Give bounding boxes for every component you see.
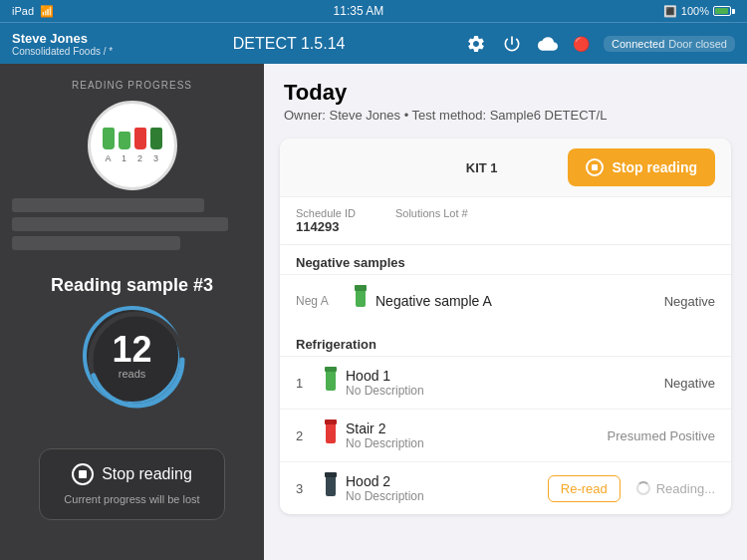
main-layout: READING PROGRESS A 1 2 3 Reading sample …: [0, 64, 747, 560]
vial-a: [103, 128, 115, 149]
row-1-result: Negative: [664, 376, 715, 391]
schedule-id-col: Schedule ID 114293: [296, 207, 356, 234]
row-1-desc: No Description: [346, 384, 664, 398]
stop-reading-left-button[interactable]: Stop reading: [72, 463, 192, 485]
row-num-3: 3: [296, 481, 316, 496]
vials-progress-circle: A 1 2 3: [88, 101, 177, 190]
row-2-info: Stair 2 No Description: [346, 420, 608, 450]
stop-square: [79, 470, 87, 478]
refrigeration-row-3: 3 Hood 2 No Description Re-read Reading.…: [280, 461, 731, 514]
solutions-lot-label: Solutions Lot #: [395, 207, 468, 219]
row-2-name: Stair 2: [346, 420, 608, 436]
row-1-name: Hood 1: [346, 368, 664, 384]
neg-sample-result: Negative: [664, 294, 715, 309]
svg-rect-7: [325, 420, 337, 424]
spinner-icon: [636, 481, 650, 495]
svg-rect-8: [326, 474, 336, 496]
left-panel: READING PROGRESS A 1 2 3 Reading sample …: [0, 64, 264, 560]
re-read-button[interactable]: Re-read: [548, 475, 621, 502]
vials-labels: A 1 2 3: [103, 153, 162, 163]
connected-badge: Connected Door closed: [604, 36, 735, 52]
row-num-2: 2: [296, 428, 316, 443]
svg-rect-6: [326, 421, 336, 443]
nav-user-info: Steve Jones Consolidated Foods / *: [12, 31, 113, 57]
row-3-actions: Re-read Reading...: [548, 475, 715, 502]
vial-icon-3: [324, 472, 338, 504]
nav-actions: 🔴 Connected Door closed: [465, 33, 735, 55]
vial-label-3: 3: [150, 153, 162, 163]
battery-percent: 100%: [681, 5, 709, 17]
status-right: 🔳 100%: [663, 5, 735, 18]
ipad-label: iPad: [12, 5, 34, 17]
row-3-name: Hood 2: [346, 473, 548, 489]
wifi-icon: 📶: [40, 5, 54, 18]
door-status: Door closed: [668, 38, 727, 50]
schedule-id-value: 114293: [296, 219, 356, 234]
vial-icon-2: [324, 420, 338, 451]
reading-text: Reading...: [656, 481, 715, 496]
stop-icon: [72, 463, 94, 485]
schedule-id-label: Schedule ID: [296, 207, 356, 219]
kit-label: KIT 1: [395, 160, 568, 175]
background-list: [12, 198, 252, 255]
kit-info-row: Schedule ID 114293 Solutions Lot #: [280, 197, 731, 245]
bluetooth-nav-icon[interactable]: 🔴: [573, 36, 590, 52]
vial-label-1: 1: [119, 153, 130, 163]
sample-label: Reading sample #3: [51, 275, 213, 296]
bluetooth-status-icon: 🔳: [663, 5, 677, 18]
stop-reading-btn-label: Stop reading: [612, 159, 697, 175]
stop-btn-icon-circle: [586, 158, 604, 176]
kit-section: KIT 1 Stop reading Schedule ID 114293 So…: [280, 139, 731, 514]
reads-circle: 12 reads: [83, 306, 182, 406]
settings-icon[interactable]: [465, 33, 487, 55]
status-bar: iPad 📶 11:35 AM 🔳 100%: [0, 0, 747, 22]
app-title: DETECT 1.5.14: [233, 35, 346, 53]
vial-label-a: A: [103, 153, 115, 163]
solutions-lot-col: Solutions Lot #: [395, 207, 468, 234]
org-name: Consolidated Foods / *: [12, 46, 113, 57]
row-2-result: Presumed Positive: [608, 428, 715, 443]
row-3-desc: No Description: [346, 489, 548, 503]
neg-a-label: Neg A: [296, 294, 346, 308]
right-panel: Today Owner: Steve Jones • Test method: …: [264, 64, 747, 560]
svg-rect-3: [355, 285, 367, 291]
row-2-desc: No Description: [346, 436, 608, 450]
row-num-1: 1: [296, 376, 316, 391]
stop-reading-button[interactable]: Stop reading: [568, 148, 715, 186]
row-1-info: Hood 1 No Description: [346, 368, 664, 398]
negative-sample-row: Neg A Negative sample A Negative: [280, 274, 731, 327]
stop-btn-square: [592, 164, 598, 170]
reading-progress-label: READING PROGRESS: [72, 80, 192, 91]
neg-vial-icon: [354, 285, 368, 317]
vial-2: [134, 128, 146, 149]
status-left: iPad 📶: [12, 5, 54, 18]
right-header: Today Owner: Steve Jones • Test method: …: [264, 64, 747, 131]
negative-samples-label: Negative samples: [280, 245, 731, 274]
vial-3: [150, 128, 162, 149]
status-time: 11:35 AM: [334, 4, 384, 18]
owner-line: Owner: Steve Jones • Test method: Sample…: [284, 108, 727, 123]
progress-warning: Current progress will be lost: [64, 493, 199, 505]
cloud-nav-icon[interactable]: [537, 33, 559, 55]
svg-rect-4: [326, 369, 336, 391]
reading-indicator: Reading...: [636, 481, 715, 496]
refrigeration-row-1: 1 Hood 1 No Description Negative: [280, 356, 731, 409]
nav-bar: Steve Jones Consolidated Foods / * DETEC…: [0, 22, 747, 64]
vial-label-2: 2: [134, 153, 146, 163]
date-label: Today: [284, 80, 727, 106]
neg-sample-name: Negative sample A: [375, 293, 664, 309]
svg-rect-9: [325, 472, 337, 477]
vial-icon-1: [324, 367, 338, 399]
neg-sample-info: Negative sample A: [375, 293, 664, 309]
row-3-info: Hood 2 No Description: [346, 473, 548, 503]
vial-1: [119, 132, 130, 149]
stop-reading-left-label: Stop reading: [102, 465, 192, 483]
battery-icon: [713, 6, 735, 16]
kit-header: KIT 1 Stop reading: [280, 139, 731, 197]
connected-label: Connected: [612, 38, 664, 50]
stop-reading-left-container: Stop reading Current progress will be lo…: [39, 448, 224, 520]
user-name: Steve Jones: [12, 31, 113, 46]
svg-rect-5: [325, 367, 337, 372]
power-icon[interactable]: [501, 33, 523, 55]
refrigeration-row-2: 2 Stair 2 No Description Presumed Positi…: [280, 409, 731, 461]
